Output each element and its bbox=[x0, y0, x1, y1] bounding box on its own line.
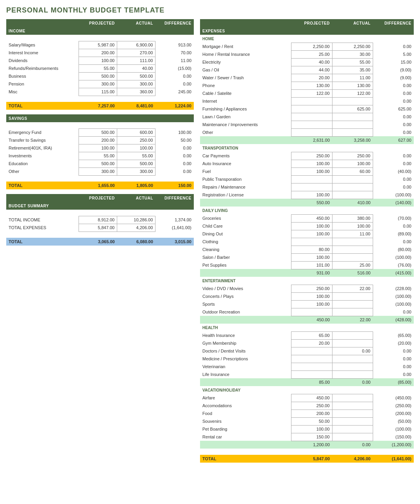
vacation-subsection-header: VACATION/HOLIDAY bbox=[200, 386, 414, 394]
summary-actual-header: ACTUAL bbox=[117, 194, 155, 202]
expenses-actual-header: ACTUAL bbox=[332, 19, 373, 27]
expense-row-gym: Gym Membership 20.00 (20.00) bbox=[200, 339, 414, 347]
savings-row-other: Other 300.00 300.00 0.00 bbox=[6, 167, 194, 175]
right-column: PROJECTED ACTUAL DIFFERENCE EXPENSES HOM… bbox=[200, 19, 414, 467]
expense-row-lawn: Lawn / Garden 0.00 bbox=[200, 113, 414, 121]
income-projected-header: PROJECTED bbox=[79, 19, 117, 27]
expense-row-health-insurance: Health Insurance 65.00 (65.00) bbox=[200, 331, 414, 339]
expense-row-public-transport: Public Transporation 0.00 bbox=[200, 175, 414, 183]
health-subsection-header: HEALTH bbox=[200, 324, 414, 331]
savings-row-investments: Investments 55.00 55.00 0.00 bbox=[6, 152, 194, 160]
expense-row-dining-out: Dining Out 100.00 11.00 (89.00) bbox=[200, 230, 414, 238]
savings-row-retirement: Retirement(401K, IRA) 100.00 100.00 0.00 bbox=[6, 144, 194, 152]
expenses-diff-header: DIFFERENCE bbox=[373, 19, 414, 27]
expense-row-gas: Gas / Oil 44.00 35.00 (9.00) bbox=[200, 66, 414, 74]
savings-row-education: Education 500.00 500.00 0.00 bbox=[6, 160, 194, 167]
income-row-business: Business 500.00 500.00 0.00 bbox=[6, 72, 194, 80]
expense-row-concerts: Concerts / Plays 100.00 (100.00) bbox=[200, 292, 414, 300]
health-subtotal-row: 85.00 0.00 (85.00) bbox=[200, 378, 414, 386]
expense-row-doctors: Doctors / Dentist Visits 0.00 0.00 bbox=[200, 347, 414, 355]
income-diff-header: DIFFERENCE bbox=[155, 19, 194, 27]
income-row-refunds: Refunds/Reimbursements 55.00 40.00 (15.0… bbox=[6, 64, 194, 72]
expense-row-rental-car: Rental car 150.00 (150.00) bbox=[200, 433, 414, 441]
savings-total-row: TOTAL 1,655.00 1,805.00 150.00 bbox=[6, 182, 194, 189]
expenses-total-row: TOTAL 5,847.00 4,206.00 (1,641.00) bbox=[200, 455, 414, 463]
expenses-table: PROJECTED ACTUAL DIFFERENCE EXPENSES HOM… bbox=[200, 19, 414, 463]
expense-row-repairs: Repairs / Maintenance 0.00 bbox=[200, 183, 414, 191]
expense-row-internet: Internet 0.00 bbox=[200, 97, 414, 105]
savings-row-emergency: Emergency Fund 500.00 600.00 100.00 bbox=[6, 128, 194, 136]
expense-row-cable: Cable / Satelite 122.00 122.00 0.00 bbox=[200, 89, 414, 97]
expense-row-registration: Registration / License 100.00 (100.00) bbox=[200, 191, 414, 199]
expense-row-souvenirs: Souvenirs 50.00 (50.00) bbox=[200, 417, 414, 425]
entertainment-subsection-header: ENTERTAINMENT bbox=[200, 277, 414, 285]
expense-row-clothing: Clothing 0.00 bbox=[200, 238, 414, 246]
savings-section-header: SAVINGS bbox=[6, 114, 194, 122]
daily-living-subtotal-row: 931.00 516.00 (415.00) bbox=[200, 269, 414, 277]
income-row-dividends: Dividends 100.00 111.00 11.00 bbox=[6, 57, 194, 64]
expense-row-home-other: Other 0.00 bbox=[200, 128, 414, 136]
summary-total-row: TOTAL 3,065.00 6,080.00 3,015.00 bbox=[6, 238, 194, 246]
expense-row-vet: Veterinarian 0.00 bbox=[200, 363, 414, 370]
expense-row-car-payments: Car Payments 250.00 250.00 0.00 bbox=[200, 152, 414, 160]
expense-row-phone: Phone 130.00 130.00 0.00 bbox=[200, 82, 414, 89]
expense-row-outdoor: Outdoor Recreation 0.00 bbox=[200, 308, 414, 316]
summary-row-expenses: TOTAL EXPENSES 5,847.00 4,206.00 (1,641.… bbox=[6, 224, 194, 232]
summary-row-income: TOTAL INCOME 8,912.00 10,286.00 1,374.00 bbox=[6, 216, 194, 224]
income-row-salary: Salary/Wages 5,987.00 6,900.00 913.00 bbox=[6, 41, 194, 49]
home-subtotal-row: 2,631.00 3,258.00 627.00 bbox=[200, 136, 414, 144]
expense-row-furnishing: Furnishing / Appliances 625.00 625.00 bbox=[200, 105, 414, 113]
expense-row-accommodations: Accomodations 250.00 (250.00) bbox=[200, 402, 414, 410]
income-row-interest: Interest Income 200.00 270.00 70.00 bbox=[6, 49, 194, 57]
left-column: PROJECTED ACTUAL DIFFERENCE INCOME Salar… bbox=[6, 19, 194, 250]
expense-row-movies: Video / DVD / Movies 250.00 22.00 (228.0… bbox=[200, 285, 414, 292]
daily-living-subsection-header: DAILY LIVING bbox=[200, 207, 414, 214]
expense-row-water: Water / Sewer / Trash 20.00 11.00 (9.00) bbox=[200, 74, 414, 82]
expense-row-child-care: Child Care 100.00 100.00 0.00 bbox=[200, 222, 414, 230]
income-row-pension: Pension 300.00 300.00 0.00 bbox=[6, 80, 194, 88]
expenses-projected-header: PROJECTED bbox=[291, 19, 332, 27]
summary-diff-header: DIFFERENCE bbox=[155, 194, 194, 202]
savings-table: SAVINGS Emergency Fund 500.00 600.00 100… bbox=[6, 114, 194, 189]
expense-row-mortgage: Mortgage / Rent 2,250.00 2,250.00 0.00 bbox=[200, 43, 414, 50]
expense-row-cleaning: Cleaning 80.00 (80.00) bbox=[200, 246, 414, 253]
vacation-subtotal-row: 1,200.00 0.00 (1,200.00) bbox=[200, 441, 414, 449]
transportation-subtotal-row: 550.00 410.00 (140.00) bbox=[200, 199, 414, 207]
expense-row-airfare: Airfare 450.00 (450.00) bbox=[200, 394, 414, 402]
expense-row-maintenance: Maintenance / Improvements 0.00 bbox=[200, 121, 414, 128]
expense-row-food: Food 200.00 (200.00) bbox=[200, 410, 414, 417]
entertainment-subtotal-row: 450.00 22.00 (428.00) bbox=[200, 316, 414, 324]
expense-row-groceries: Groceries 450.00 380.00 (70.00) bbox=[200, 214, 414, 222]
expense-row-auto-insurance: Auto Insurance 100.00 100.00 0.00 bbox=[200, 160, 414, 167]
expense-row-pet-supplies: Pet Supplies 101.00 25.00 (76.00) bbox=[200, 261, 414, 269]
expense-row-fuel: Fuel 100.00 60.00 (40.00) bbox=[200, 167, 414, 175]
budget-summary-header: BUDGET SUMMARY bbox=[6, 202, 194, 210]
income-section-header: INCOME bbox=[6, 27, 194, 35]
expenses-section-header: EXPENSES bbox=[200, 27, 414, 35]
expense-row-life-insurance: Life Insurance 0.00 bbox=[200, 370, 414, 378]
expense-row-sports: Sports 100.00 (100.00) bbox=[200, 300, 414, 308]
transportation-subsection-header: TRANSPORTATION bbox=[200, 144, 414, 152]
summary-projected-header: PROJECTED bbox=[79, 194, 117, 202]
income-total-row: TOTAL 7,257.00 8,481.00 1,224.00 bbox=[6, 102, 194, 110]
page-title: PERSONAL MONTHLY BUDGET TEMPLATE bbox=[6, 6, 414, 14]
expense-row-salon: Salon / Barber 100.00 (100.00) bbox=[200, 253, 414, 261]
income-table: PROJECTED ACTUAL DIFFERENCE INCOME Salar… bbox=[6, 19, 194, 110]
savings-row-transfer: Transfer to Savings 200.00 250.00 50.00 bbox=[6, 136, 194, 144]
income-row-misc: Misc 115.00 360.00 245.00 bbox=[6, 88, 194, 96]
expense-row-pet-boarding: Pet Boarding 100.00 (100.00) bbox=[200, 425, 414, 433]
expense-row-electricity: Electricity 40.00 55.00 15.00 bbox=[200, 58, 414, 66]
home-subsection-header: HOME bbox=[200, 35, 414, 43]
income-actual-header: ACTUAL bbox=[117, 19, 155, 27]
expense-row-medicine: Medicine / Prescriptions 0.00 bbox=[200, 355, 414, 363]
budget-summary-table: PROJECTED ACTUAL DIFFERENCE BUDGET SUMMA… bbox=[6, 194, 194, 246]
expense-row-home-insurance: Home / Rental Insurance 25.00 30.00 5.00 bbox=[200, 50, 414, 58]
